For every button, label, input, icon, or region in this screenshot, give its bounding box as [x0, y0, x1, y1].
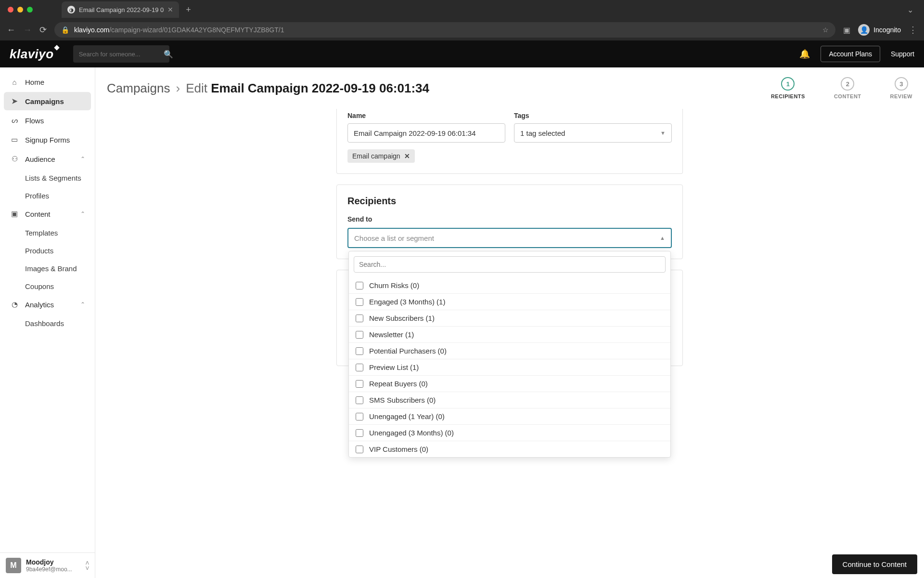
send-to-dropdown: Churn Risks (0) Engaged (3 Months) (1) N… [348, 251, 671, 458]
analytics-icon: ◔ [10, 300, 19, 309]
reload-button[interactable]: ⟳ [39, 25, 47, 35]
tabs-dropdown-icon[interactable]: ⌄ [907, 5, 913, 14]
dropdown-search-input[interactable] [354, 256, 666, 273]
option-preview-list[interactable]: Preview List (1) [349, 359, 670, 375]
name-label: Name [347, 112, 505, 119]
chevron-up-icon: ⌃ [80, 156, 85, 162]
option-repeat-buyers[interactable]: Repeat Buyers (0) [349, 375, 670, 392]
page-header: Campaigns › Edit Email Campaign 2022-09-… [95, 67, 924, 109]
caret-down-icon: ▼ [660, 130, 666, 136]
tab-title: Email Campaign 2022-09-19 0 [79, 6, 164, 13]
continue-button[interactable]: Continue to Content [832, 554, 917, 574]
user-menu-chevron-icon: ᐱᐯ [86, 560, 89, 571]
caret-up-icon: ▲ [660, 235, 665, 241]
lock-icon: 🔒 [61, 26, 69, 34]
sidebar: ⌂ Home ➤ Campaigns ᔕ Flows ▭ Signup Form… [0, 67, 95, 578]
step-review[interactable]: 3 REVIEW [890, 77, 912, 99]
close-window-icon[interactable] [8, 7, 13, 13]
send-icon: ➤ [10, 97, 19, 105]
remove-tag-icon[interactable]: ✕ [404, 152, 410, 160]
search-input[interactable] [79, 51, 160, 58]
chevron-up-icon: ⌃ [80, 210, 85, 217]
nav-list: ⌂ Home ➤ Campaigns ᔕ Flows ▭ Signup Form… [0, 67, 95, 552]
sidebar-item-campaigns[interactable]: ➤ Campaigns [4, 92, 91, 110]
tag-chip: Email campaign ✕ [347, 149, 415, 163]
bookmark-icon[interactable]: ☆ [822, 26, 829, 34]
option-new-subscribers[interactable]: New Subscribers (1) [349, 310, 670, 326]
chevron-up-icon: ⌃ [80, 301, 85, 308]
stepper: 1 RECIPIENTS 2 CONTENT 3 REVIEW [771, 77, 912, 99]
option-churn-risks[interactable]: Churn Risks (0) [349, 277, 670, 293]
option-sms-subscribers[interactable]: SMS Subscribers (0) [349, 392, 670, 408]
send-to-label: Send to [347, 215, 672, 223]
sidebar-item-profiles[interactable]: Profiles [25, 187, 85, 205]
global-search[interactable]: 🔍 [73, 45, 169, 63]
option-unengaged-3-months[interactable]: Unengaged (3 Months) (0) [349, 424, 670, 441]
back-button[interactable]: ← [7, 25, 15, 35]
sidebar-item-audience[interactable]: ⚇ Audience ⌃ [4, 150, 91, 168]
sidebar-item-images-brand[interactable]: Images & Brand [25, 260, 85, 277]
tab-close-icon[interactable]: ✕ [167, 6, 173, 13]
logo[interactable]: klaviyo [10, 47, 54, 62]
notifications-icon[interactable]: 🔔 [799, 49, 810, 59]
avatar: M [6, 558, 21, 573]
sidebar-item-content[interactable]: ▣ Content ⌃ [4, 205, 91, 223]
sidebar-item-flows[interactable]: ᔕ Flows [4, 111, 91, 130]
search-icon: 🔍 [164, 50, 173, 59]
recipients-card: Recipients Send to Choose a list or segm… [336, 184, 683, 259]
main-content: Campaigns › Edit Email Campaign 2022-09-… [95, 67, 924, 578]
minimize-window-icon[interactable] [17, 7, 23, 13]
option-newsletter[interactable]: Newsletter (1) [349, 326, 670, 342]
campaign-details-card: Name Tags 1 tag selected ▼ Email campaig… [336, 109, 683, 174]
step-content[interactable]: 2 CONTENT [834, 77, 861, 99]
option-unengaged-1-year[interactable]: Unengaged (1 Year) (0) [349, 408, 670, 424]
audience-icon: ⚇ [10, 155, 19, 163]
home-icon: ⌂ [10, 78, 19, 86]
page-title: Email Campaign 2022-09-19 06:01:34 [211, 81, 429, 95]
sidebar-item-products[interactable]: Products [25, 242, 85, 260]
account-plans-button[interactable]: Account Plans [821, 46, 880, 62]
sidebar-item-home[interactable]: ⌂ Home [4, 73, 91, 91]
send-to-combobox[interactable]: Choose a list or segment ▲ Churn Risks (… [347, 228, 672, 248]
sidebar-item-signup-forms[interactable]: ▭ Signup Forms [4, 131, 91, 149]
tags-select[interactable]: 1 tag selected ▼ [514, 123, 672, 143]
incognito-icon: 👤 [858, 24, 870, 36]
user-menu[interactable]: M Moodjoy 9ba4e9ef@moo... ᐱᐯ [0, 552, 95, 578]
dropdown-list: Churn Risks (0) Engaged (3 Months) (1) N… [349, 277, 670, 457]
forward-button[interactable]: → [23, 25, 32, 35]
browser-tab[interactable]: ◑ Email Campaign 2022-09-19 0 ✕ [62, 1, 179, 18]
option-potential-purchasers[interactable]: Potential Purchasers (0) [349, 342, 670, 359]
option-engaged-3-months[interactable]: Engaged (3 Months) (1) [349, 293, 670, 310]
browser-chrome: ◑ Email Campaign 2022-09-19 0 ✕ + ⌄ ← → … [0, 0, 924, 40]
option-vip-customers[interactable]: VIP Customers (0) [349, 441, 670, 457]
sidebar-item-coupons[interactable]: Coupons [25, 277, 85, 295]
breadcrumb: Campaigns › Edit Email Campaign 2022-09-… [107, 81, 429, 96]
sidebar-item-lists-segments[interactable]: Lists & Segments [25, 169, 85, 187]
favicon-icon: ◑ [67, 6, 75, 13]
form-icon: ▭ [10, 135, 19, 144]
window-controls [8, 7, 33, 13]
content-icon: ▣ [10, 210, 19, 218]
sidebar-item-dashboards[interactable]: Dashboards [25, 315, 85, 332]
footer-bar: Continue to Content [832, 554, 917, 574]
new-tab-button[interactable]: + [186, 5, 191, 15]
flows-icon: ᔕ [10, 116, 19, 125]
browser-menu-icon[interactable]: ⋮ [909, 25, 917, 35]
breadcrumb-campaigns[interactable]: Campaigns [107, 81, 170, 96]
maximize-window-icon[interactable] [27, 7, 33, 13]
user-email: 9ba4e9ef@moo... [26, 566, 81, 573]
campaign-name-input[interactable] [347, 123, 505, 143]
recipients-title: Recipients [347, 196, 672, 207]
user-name: Moodjoy [26, 558, 81, 566]
incognito-badge[interactable]: 👤 Incognito [858, 24, 901, 36]
sidebar-item-analytics[interactable]: ◔ Analytics ⌃ [4, 295, 91, 314]
app-header: klaviyo 🔍 🔔 Account Plans Support [0, 40, 924, 67]
extensions-icon[interactable]: ▣ [843, 26, 850, 35]
step-recipients[interactable]: 1 RECIPIENTS [771, 77, 805, 99]
tags-label: Tags [514, 112, 672, 119]
support-link[interactable]: Support [891, 50, 914, 58]
address-bar: ← → ⟳ 🔒 klaviyo.com/campaign-wizard/01GD… [0, 19, 924, 40]
url-text: klaviyo.com/campaign-wizard/01GDAK4A2YG8… [74, 26, 284, 34]
sidebar-item-templates[interactable]: Templates [25, 224, 85, 242]
url-input[interactable]: 🔒 klaviyo.com/campaign-wizard/01GDAK4A2Y… [54, 22, 835, 38]
